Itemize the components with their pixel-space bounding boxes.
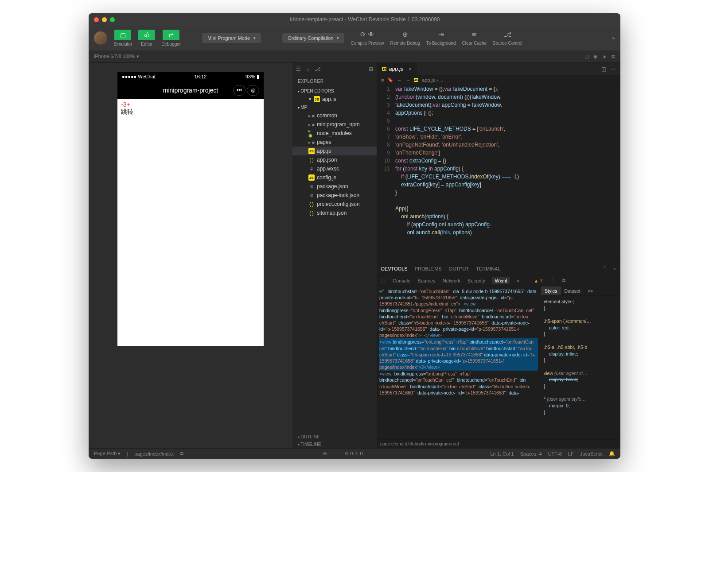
tab-styles[interactable]: Styles	[541, 286, 561, 295]
file-item[interactable]: #app.wxss	[292, 164, 377, 173]
tab-sources[interactable]: Sources	[417, 278, 435, 283]
tab-output[interactable]: OUTPUT	[449, 266, 469, 271]
bookmark-icon[interactable]: 🔖	[387, 77, 393, 83]
close-file-icon[interactable]: ×	[308, 96, 312, 102]
compile-preview-button[interactable]: ⟳ 👁Compile Preview	[351, 31, 384, 46]
link-text[interactable]: 跳转	[121, 108, 260, 116]
device-dropdown[interactable]: iPhone 6/7/8 100% ▾	[94, 54, 139, 59]
phone-icon[interactable]: ▢	[584, 54, 589, 59]
tab-more[interactable]: >>	[584, 286, 596, 295]
editor-tabs: JS app.js × ◫ ⋯	[377, 63, 620, 75]
folder-icon: ▸ ■	[308, 139, 315, 145]
maximize-icon[interactable]	[110, 17, 115, 22]
collapse-icon[interactable]: ⊟	[369, 66, 373, 72]
devtools-panel: DEVTOOLS PROBLEMS OUTPUT TERMINAL ˄ × ⬚ …	[377, 262, 620, 448]
tab-wxml[interactable]: Wxml	[492, 277, 510, 284]
counter-text[interactable]: -3+	[121, 101, 260, 108]
editor-button[interactable]: ‹/›Editor	[138, 30, 155, 46]
file-item[interactable]: ▸ ■pages	[292, 138, 377, 147]
json-icon: { }	[308, 157, 315, 163]
root-folder[interactable]: MP	[292, 104, 377, 111]
debugger-button[interactable]: ⇄Debugger	[161, 30, 181, 46]
avatar[interactable]	[94, 31, 107, 45]
code-editor[interactable]: 1234567891011 var fakeWindow = {};var fa…	[377, 85, 620, 262]
source-control-button[interactable]: ⎇Source Control	[493, 31, 522, 46]
tab-app-js[interactable]: JS app.js ×	[377, 63, 417, 75]
tab-terminal[interactable]: TERMINAL	[476, 266, 501, 271]
tab-network[interactable]: Network	[443, 278, 460, 283]
file-item[interactable]: { }sitemap.json	[292, 209, 377, 217]
dock-icon[interactable]: ⧉	[562, 278, 565, 283]
wxml-tree[interactable]: e" bindtouchstart="onTouchStart" cla 5-d…	[377, 286, 541, 439]
file-item[interactable]: ▸ ■miniprogram_npm	[292, 120, 377, 129]
capsule-more-icon[interactable]: •••	[233, 85, 245, 96]
kebab-icon[interactable]: ⋮	[550, 278, 555, 283]
open-editors-section[interactable]: OPEN EDITORS	[292, 87, 377, 95]
element-path[interactable]: page element.h5-body.miniprogram-root	[377, 439, 620, 448]
branch-icon[interactable]: ⎇	[315, 66, 321, 72]
compilation-dropdown[interactable]: Ordinary Compilation	[282, 33, 344, 43]
more-icon[interactable]: »	[612, 35, 615, 41]
main-toolbar: ▢Simulator ‹/›Editor ⇄Debugger Mini Prog…	[89, 26, 620, 50]
explorer-icons: ☰ ⌕ ⎇ ⊟	[292, 63, 377, 75]
split-editor-icon[interactable]: ◫	[601, 66, 606, 72]
warnings-badge[interactable]: ▲ 7	[534, 278, 542, 283]
clear-cache-button[interactable]: ≋Clear Cache	[462, 31, 487, 46]
eol[interactable]: LF	[568, 451, 574, 456]
copy-icon[interactable]: ⧉	[612, 54, 615, 59]
tab-console[interactable]: Console	[393, 278, 410, 283]
css-rules[interactable]: element.style { } .h5-span {./common/… c…	[541, 296, 620, 418]
capsule-close-icon[interactable]: ◎	[247, 85, 259, 96]
language[interactable]: JavaScript	[580, 451, 603, 456]
outline-section[interactable]: OUTLINE	[292, 433, 377, 441]
list-icon[interactable]: ☰	[296, 66, 301, 72]
eye-icon[interactable]: 👁	[323, 451, 327, 456]
file-item[interactable]: ⚙package.json	[292, 182, 377, 191]
mode-dropdown[interactable]: Mini Program Mode	[202, 33, 261, 43]
back-icon[interactable]: ←	[397, 77, 402, 83]
more-tabs-icon[interactable]: »	[517, 278, 519, 283]
simulator-button[interactable]: ▢Simulator	[113, 30, 132, 46]
encoding[interactable]: UTF-8	[548, 451, 562, 456]
remote-debug-button[interactable]: ⊕Remote Debug	[390, 31, 420, 46]
copy-path-icon[interactable]: ⧉	[180, 451, 183, 456]
search-icon[interactable]: ⌕	[306, 66, 309, 72]
cfg-icon: ⚙	[308, 183, 315, 190]
inspect-icon[interactable]: ⬚	[381, 278, 386, 283]
tab-dataset[interactable]: Dataset	[561, 286, 584, 295]
more-editor-icon[interactable]: ⋯	[611, 66, 616, 72]
mute-icon[interactable]: 🕨	[602, 54, 607, 59]
more-status-icon[interactable]: ⋯	[334, 451, 339, 456]
window-title: kbone-template-preact - WeChat Devtools …	[115, 16, 615, 23]
file-item[interactable]: { }project.config.json	[292, 200, 377, 209]
errors-count[interactable]: ⊘ 0 ⚠ 0	[345, 451, 362, 456]
tab-devtools[interactable]: DEVTOOLS	[381, 266, 408, 271]
code-content[interactable]: var fakeWindow = {};var fakeDocument = {…	[395, 85, 620, 262]
close-tab-icon[interactable]: ×	[409, 66, 412, 72]
chevron-up-icon[interactable]: ˄	[604, 266, 606, 271]
file-item[interactable]: JSapp.js	[292, 147, 377, 155]
page-path[interactable]: pages/index/index	[134, 451, 174, 456]
close-icon[interactable]	[94, 17, 99, 22]
tab-problems[interactable]: PROBLEMS	[415, 266, 442, 271]
record-icon[interactable]: ◉	[593, 54, 598, 59]
file-item[interactable]: ▸ ■common	[292, 111, 377, 120]
fwd-icon[interactable]: →	[405, 77, 410, 83]
main-area: ●●●●● WeChat 16:12 93% ▮ miniprogram-pro…	[89, 63, 620, 448]
bell-icon[interactable]: 🔔	[609, 451, 615, 456]
crumb-gutter-icon[interactable]: ≡	[381, 77, 384, 83]
file-item[interactable]: ⚙package-lock.json	[292, 191, 377, 200]
minimize-icon[interactable]	[102, 17, 107, 22]
page-path-label[interactable]: Page Path ▾	[94, 451, 121, 456]
file-item[interactable]: JSconfig.js	[292, 173, 377, 182]
timeline-section[interactable]: TIMELINE	[292, 441, 377, 448]
file-item[interactable]: { }app.json	[292, 155, 377, 164]
file-item[interactable]: ▸ ⬢node_modules	[292, 129, 377, 138]
breadcrumb: ≡ 🔖 ← → JS app.js › ...	[377, 75, 620, 85]
to-background-button[interactable]: ⇥To Background	[426, 31, 456, 46]
indent[interactable]: Spaces: 4	[520, 451, 542, 456]
cursor-pos[interactable]: Ln 1, Col 1	[491, 451, 514, 456]
tab-security[interactable]: Security	[467, 278, 485, 283]
open-editor-item[interactable]: × JS app.js	[292, 95, 377, 104]
close-devtools-icon[interactable]: ×	[613, 266, 616, 271]
